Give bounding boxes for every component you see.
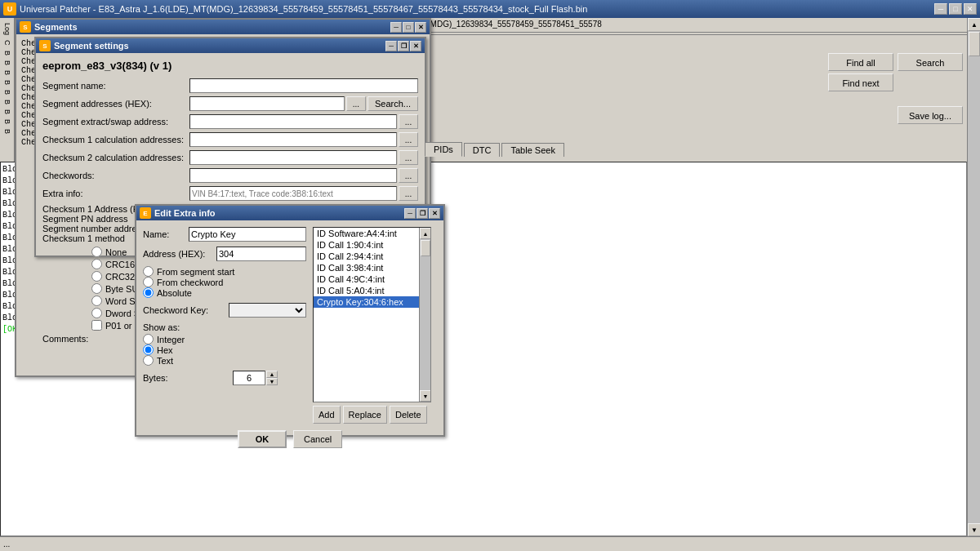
scroll-down-button[interactable]: ▼ [968,523,980,536]
checksum1-input[interactable] [189,132,397,147]
seg-set-close-btn[interactable]: ✕ [410,41,421,51]
radio-dword-sum-input[interactable] [91,308,102,318]
find-buttons: Find all Find next [828,53,893,91]
list-item-5[interactable]: ID Call 5:A0:4:int [314,285,430,296]
show-integer-radio[interactable] [143,334,154,344]
position-radio-group: From segment start From checkword Absolu… [143,266,306,298]
extra-info-listbox[interactable]: ID Software:A4:4:int ID Call 1:90:4:int … [313,227,431,402]
tab-table-seek[interactable]: Table Seek [501,143,564,157]
left-tab-b2: B [2,59,13,67]
find-next-button[interactable]: Find next [828,73,893,91]
list-item-4[interactable]: ID Call 4:9C:4:int [314,273,430,285]
left-tab-log[interactable]: Log [2,21,13,37]
vertical-scrollbar[interactable]: ▲ ▼ [967,18,980,536]
list-scroll-up[interactable]: ▲ [420,228,431,239]
seg-addr-dots-btn[interactable]: ... [346,96,366,111]
show-integer-label: Integer [157,335,185,344]
name-input[interactable] [189,227,306,242]
seg-maximize-btn[interactable]: □ [403,22,414,33]
tab-dtc[interactable]: DTC [464,143,501,157]
close-button[interactable]: ✕ [964,3,977,15]
absolute-label: Absolute [157,288,192,298]
bytes-up-btn[interactable]: ▲ [266,371,278,378]
seg-set-restore-btn[interactable]: ❐ [398,41,409,51]
list-item-1[interactable]: ID Call 1:90:4:int [314,239,430,251]
radio-crc32-input[interactable] [91,271,102,282]
scroll-track[interactable] [968,31,980,523]
seg-number-label: Segment number addre [42,224,137,233]
list-scroll-down[interactable]: ▼ [420,390,431,402]
seg-settings-titlebar: S Segment settings ─ ❐ ✕ [36,38,425,53]
edit-extra-restore-btn[interactable]: ❐ [416,208,428,219]
radio-byte-sum-input[interactable] [91,283,102,294]
from-checkword-radio[interactable] [143,277,154,287]
seg-search-btn[interactable]: Search... [368,96,418,111]
cancel-button[interactable]: Cancel [293,430,342,448]
checksum1-dots-btn[interactable]: ... [399,132,418,147]
save-log-button[interactable]: Save log... [898,106,963,124]
seg-close-btn[interactable]: ✕ [415,22,426,33]
absolute-row: Absolute [143,287,306,298]
scroll-thumb[interactable] [969,32,980,56]
seg-set-minimize-btn[interactable]: ─ [385,41,397,51]
checkwords-dots-btn[interactable]: ... [399,168,418,183]
comments-label: Comments: [42,334,88,344]
show-text-radio[interactable] [143,355,154,366]
list-item-6[interactable]: Crypto Key:304:6:hex [314,296,430,308]
checkbox-p01-p59[interactable] [91,320,102,331]
edit-extra-minimize-btn[interactable]: ─ [404,208,416,219]
scroll-up-button[interactable]: ▲ [968,18,980,31]
checksum2-dots-btn[interactable]: ... [399,150,418,165]
radio-crc16-label: CRC16 [105,260,135,269]
checksum1-addr-label: Checksum 1 Address (H [42,204,140,214]
maximize-button[interactable]: □ [949,3,962,15]
bytes-down-btn[interactable]: ▼ [266,378,278,385]
delete-button[interactable]: Delete [390,406,427,424]
radio-word-sum-input[interactable] [91,295,102,306]
ok-button[interactable]: OK [238,430,287,448]
replace-button[interactable]: Replace [343,406,387,424]
extract-swap-dots-btn[interactable]: ... [399,114,418,129]
find-all-button[interactable]: Find all [828,53,893,71]
list-item-0[interactable]: ID Software:A4:4:int [314,228,430,239]
list-item-3[interactable]: ID Call 3:98:4:int [314,262,430,273]
extra-info-input[interactable] [189,186,397,201]
checksum1-label: Checksum 1 calculation addresses: [42,135,189,144]
minimize-button[interactable]: ─ [934,3,947,15]
from-segment-start-label: From segment start [157,267,234,277]
left-tab-c[interactable]: C [2,38,13,47]
radio-none-input[interactable] [91,247,102,257]
radio-crc16-input[interactable] [91,259,102,269]
absolute-radio[interactable] [143,287,154,298]
checkword-key-select[interactable] [229,303,306,318]
edit-extra-titlebar: E Edit Extra info ─ ❐ ✕ [136,206,443,220]
list-scroll-thumb[interactable] [421,240,430,256]
checkwords-input[interactable] [189,168,397,183]
seg-minimize-btn[interactable]: ─ [390,22,402,33]
add-button[interactable]: Add [313,406,341,424]
search-button[interactable]: Search [898,53,963,71]
extract-swap-input[interactable] [189,114,397,129]
segments-icon: S [20,21,31,33]
extra-info-dots-btn[interactable]: ... [399,186,418,201]
main-window: U Universal Patcher - E83_Astra J_1.6(LD… [0,0,980,551]
seg-settings-icon: S [39,40,51,51]
edit-extra-form: Name: Address (HEX): From segment start [143,227,306,424]
right-buttons: Search Save log... [898,53,963,124]
edit-extra-main: Name: Address (HEX): From segment start [143,227,437,424]
segment-addresses-input[interactable] [189,96,345,111]
checksum2-input[interactable] [189,150,397,165]
edit-extra-close-btn[interactable]: ✕ [429,208,440,219]
status-bar: ... [0,536,980,551]
show-hex-radio[interactable] [143,344,154,355]
address-input[interactable] [216,247,306,261]
segment-name-input[interactable] [189,78,418,93]
list-item-2[interactable]: ID Call 2:94:4:int [314,251,430,262]
extract-swap-label: Segment extract/swap address: [42,117,189,127]
bytes-arrows: ▲ ▼ [266,371,278,385]
tab-pids[interactable]: PIDs [425,142,462,157]
bytes-input[interactable] [233,371,265,385]
from-segment-start-radio[interactable] [143,266,154,277]
address-label: Address (HEX): [143,249,216,259]
checkword-key-row: Checkword Key: [143,303,306,318]
